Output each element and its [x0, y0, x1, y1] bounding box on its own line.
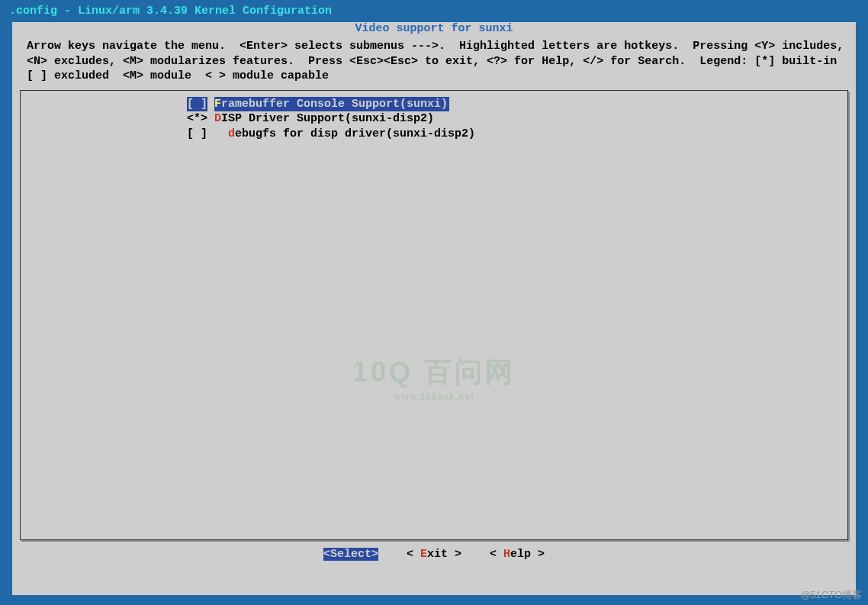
menu-list[interactable]: [ ] Framebuffer Console Support(sunxi) <… — [21, 95, 847, 142]
window-frame: .config - Linux/arm 3.4.39 Kernel Config… — [0, 0, 868, 605]
menu-item-label: DISP Driver Support(sunxi-disp2) — [214, 111, 436, 127]
help-text: Arrow keys navigate the menu. <Enter> se… — [20, 28, 848, 90]
select-button[interactable]: <Select> — [323, 548, 378, 561]
menu-item-debugfs[interactable]: [ ] debugfs for disp driver(sunxi-disp2) — [187, 127, 847, 142]
menu-box: [ ] Framebuffer Console Support(sunxi) <… — [20, 90, 848, 540]
hotkey: D — [214, 112, 221, 125]
hotkey: d — [228, 127, 235, 140]
window-title: .config - Linux/arm 3.4.39 Kernel Config… — [3, 3, 865, 22]
menu-item-state: [ ] — [187, 127, 207, 142]
hotkey: S — [330, 548, 337, 561]
exit-button[interactable]: < Exit > — [407, 548, 461, 561]
menu-item-framebuffer[interactable]: [ ] Framebuffer Console Support(sunxi) — [187, 97, 847, 112]
hotkey: E — [420, 548, 427, 561]
menu-item-state: [ ] — [187, 97, 207, 112]
hotkey: H — [503, 548, 510, 561]
credit-text: @51CTO博客 — [800, 588, 862, 602]
main-dialog: Video support for sunxi Arrow keys navig… — [12, 22, 856, 595]
menu-item-state: <*> — [187, 111, 207, 127]
dialog-title: Video support for sunxi — [350, 22, 517, 35]
watermark: 10Q 百问网 www.100ask.net — [352, 354, 516, 402]
menu-item-disp-driver[interactable]: <*> DISP Driver Support(sunxi-disp2) — [187, 111, 847, 127]
hotkey: F — [214, 98, 221, 111]
button-row: <Select> < Exit > < Help > — [20, 540, 848, 561]
menu-item-label: debugfs for disp driver(sunxi-disp2) — [228, 127, 477, 142]
help-button[interactable]: < Help > — [490, 548, 545, 561]
menu-item-label: Framebuffer Console Support(sunxi) — [214, 97, 449, 112]
